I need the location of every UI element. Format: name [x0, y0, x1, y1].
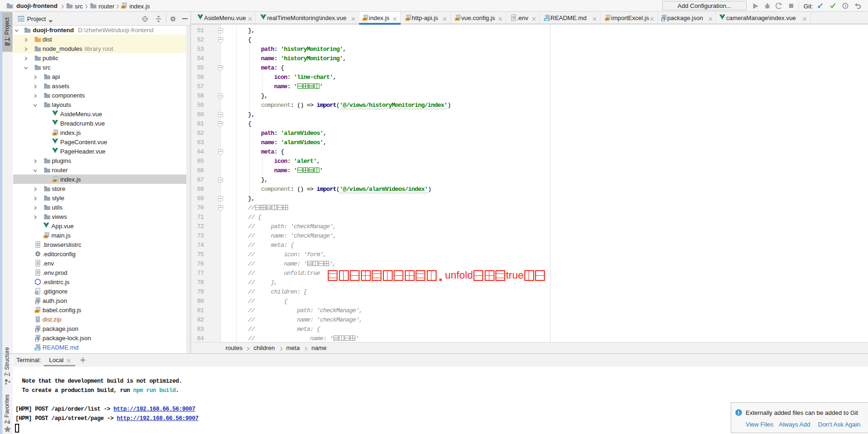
svg-text:JS: JS: [406, 18, 409, 21]
svg-text:JS: JS: [122, 6, 125, 8]
svg-text:{}: {}: [661, 17, 665, 21]
svg-text:{}: {}: [35, 337, 39, 342]
svg-text:JS: JS: [363, 18, 367, 21]
svg-text:JS: JS: [53, 133, 56, 135]
svg-text:JS: JS: [35, 310, 39, 313]
svg-text:{}: {}: [35, 328, 39, 332]
svg-text:MD: MD: [545, 18, 549, 21]
svg-text:{}: {}: [35, 300, 39, 304]
svg-text:JS: JS: [53, 179, 56, 182]
svg-text:JS: JS: [456, 18, 459, 21]
svg-text:MD: MD: [35, 348, 39, 350]
svg-text:JS: JS: [44, 235, 48, 238]
svg-text:JS: JS: [606, 18, 609, 21]
